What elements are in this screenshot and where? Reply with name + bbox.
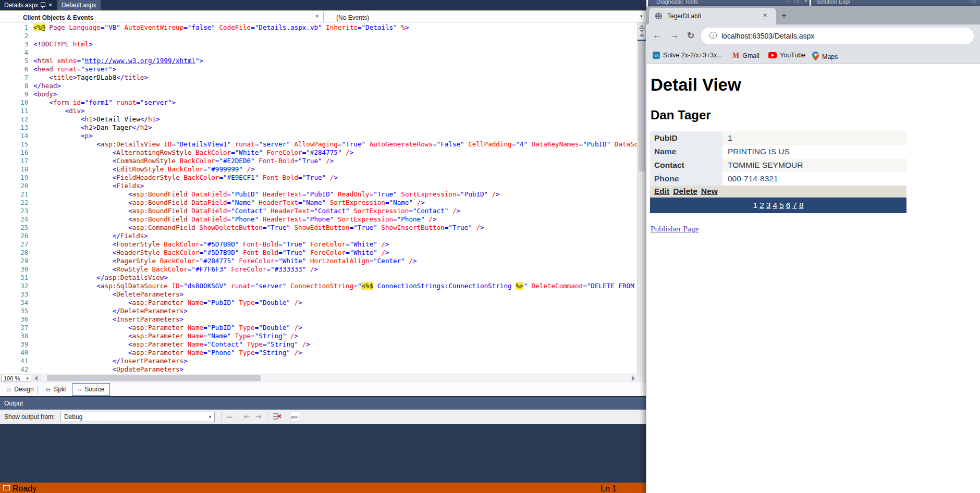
line-number: 29 [9, 257, 28, 265]
events-dropdown[interactable]: (No Events) [336, 13, 369, 22]
next-message-icon[interactable]: ⇥ [255, 413, 261, 421]
line-number: 41 [9, 357, 28, 365]
line-number: 7 [9, 73, 28, 82]
close-icon[interactable]: ✕ [48, 3, 52, 8]
code-line: <asp:Parameter Name="Contact" Type="Stri… [33, 340, 637, 349]
line-number: 6 [9, 65, 28, 73]
pager-page-7[interactable]: 7 [792, 201, 797, 210]
doc-tab-details-aspx[interactable]: Details.aspx ✕ [0, 0, 57, 10]
line-number: 18 [9, 165, 28, 174]
code-line: <RowStyle BackColor="#F7F6F3" ForeColor=… [33, 265, 637, 274]
vertical-scroll-thumb[interactable] [639, 41, 645, 171]
source-icon: ‹› [78, 386, 81, 392]
bookmark-solve[interactable]: √x Solve 2x-2/x+3+3x... [653, 52, 722, 59]
field-header-cell: Phone [650, 172, 722, 186]
code-line: <form id="form1" runat="server"> [33, 98, 637, 107]
forward-icon[interactable]: → [670, 30, 679, 41]
tab-source[interactable]: ‹› Source [72, 383, 110, 396]
previous-message-icon[interactable]: ⇤ [244, 413, 250, 421]
code-line: <asp:Parameter Name="Phone" Type="String… [33, 349, 637, 357]
navbar-divider [323, 11, 324, 22]
pager-page-5[interactable]: 5 [779, 201, 784, 210]
tab-design[interactable]: ⊡ Design [1, 383, 39, 396]
command-row: EditDeleteNew [650, 186, 906, 198]
pager-page-6[interactable]: 6 [786, 201, 791, 210]
table-row: Phone000-714-8321 [650, 172, 906, 186]
pin-icon[interactable] [41, 2, 45, 7]
url-text: localhost:63503/Details.aspx [721, 32, 814, 40]
back-icon[interactable]: ← [653, 30, 662, 41]
pager-page-4[interactable]: 4 [773, 201, 777, 210]
output-content-area[interactable] [0, 424, 646, 483]
scroll-left-icon[interactable] [34, 376, 38, 381]
chevron-down-icon[interactable]: ▾ [640, 14, 643, 19]
code-line: <CommandRowStyle BackColor="#E2DED6" Fon… [33, 157, 637, 165]
restore-icon[interactable]: ❐ [794, 0, 799, 4]
tool-icon [3, 485, 10, 490]
minimize-icon[interactable]: − [786, 0, 789, 4]
chevron-down-icon[interactable]: ▾ [316, 14, 318, 19]
bookmark-gmail[interactable]: M Gmail [732, 52, 760, 60]
details-view-rows: PubID1NamePRINTING IS USContactTOMMIE SE… [650, 131, 906, 186]
line-number: 26 [9, 232, 28, 240]
scroll-up-icon[interactable] [639, 33, 644, 36]
status-ready-text: Ready [13, 484, 36, 493]
field-value-cell: TOMMIE SEYMOUR [722, 158, 906, 172]
web-page-content [646, 64, 980, 493]
close-icon[interactable]: ✕ [763, 12, 767, 19]
new-link[interactable]: New [701, 187, 718, 195]
clear-all-output-icon[interactable]: ✕ [273, 412, 281, 421]
splitter-handle-icon[interactable] [639, 24, 644, 33]
restore-icon[interactable]: ❐ [971, 0, 975, 4]
bookmark-maps[interactable]: Maps [812, 52, 838, 62]
horizontal-scroll-thumb[interactable] [47, 375, 261, 381]
code-editor[interactable]: <%@ Page Language="VB" AutoEventWireup="… [0, 22, 637, 374]
design-icon: ⊡ [6, 386, 11, 393]
publisher-page-link[interactable]: Publisher Page [651, 224, 699, 233]
tab-split[interactable]: ⊟ Split [41, 383, 71, 396]
field-value-cell: 1 [722, 131, 906, 145]
edit-link[interactable]: Edit [654, 187, 669, 195]
zoom-level-dropdown[interactable]: 100 % ▾ [1, 375, 31, 382]
output-panel-title: Output [0, 397, 646, 410]
code-line: <FooterStyle BackColor="#5D7B9D" Font-Bo… [33, 240, 637, 249]
code-line: <PagerStyle BackColor="#284775" ForeColo… [33, 257, 637, 265]
line-number: 17 [9, 157, 28, 165]
line-number: 31 [9, 274, 28, 282]
scroll-right-icon[interactable] [632, 376, 635, 381]
field-value-cell: 000-714-8321 [722, 172, 906, 186]
code-line: <title>TagerDLab8</title> [33, 73, 637, 82]
bookmark-youtube[interactable]: YouTube [768, 52, 805, 59]
find-message-icon[interactable]: ≔ [226, 413, 233, 421]
close-icon[interactable]: ✕ [804, 0, 808, 4]
line-number: 3 [9, 40, 28, 48]
pager-page-3[interactable]: 3 [766, 201, 771, 210]
code-line: <div> [33, 107, 637, 115]
line-number: 11 [9, 107, 28, 115]
doc-tab-default-aspx[interactable]: Default.aspx [57, 0, 101, 10]
table-row: NamePRINTING IS US [650, 145, 906, 158]
code-line: <HeaderStyle BackColor="#5D7B9D" Font-Bo… [33, 249, 637, 257]
page-info-icon[interactable]: i [709, 32, 717, 39]
reload-icon[interactable]: ↻ [687, 30, 694, 41]
code-line: <head runat="server"> [33, 65, 637, 73]
code-line: </Fields> [33, 232, 637, 240]
line-number: 2 [9, 32, 28, 40]
pager-page-8[interactable]: 8 [799, 201, 804, 210]
split-icon: ⊟ [46, 386, 51, 393]
maps-pin-icon [812, 52, 819, 62]
output-source-dropdown[interactable]: Debug ▾ [60, 412, 215, 422]
delete-link[interactable]: Delete [673, 187, 697, 195]
visual-studio-window: Details.aspx ✕ Default.aspx Client Objec… [0, 0, 646, 493]
new-tab-icon[interactable]: + [781, 10, 787, 21]
client-objects-dropdown[interactable]: Client Objects & Events [23, 13, 93, 22]
line-number: 21 [9, 190, 28, 199]
toggle-word-wrap-icon[interactable]: ab↵ [290, 412, 300, 422]
pager-page-2[interactable]: 2 [760, 201, 764, 210]
code-line: <body> [33, 90, 637, 98]
code-line: </InsertParameters> [33, 357, 637, 365]
code-line: </DeleteParameters> [33, 307, 637, 315]
page-title: Detail View [651, 75, 741, 95]
line-number: 39 [9, 340, 28, 349]
code-line: <asp:BoundField DataField="Phone" Header… [33, 215, 637, 224]
